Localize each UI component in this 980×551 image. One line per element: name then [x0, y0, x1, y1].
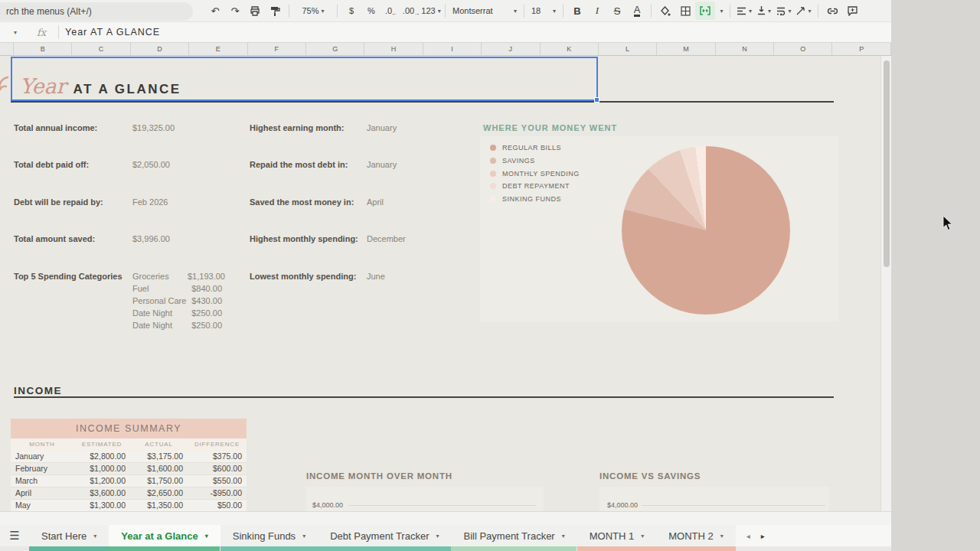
- column-header-F[interactable]: F: [248, 43, 306, 55]
- insert-comment-icon[interactable]: [842, 2, 862, 20]
- sheet-tab-debt-payment-tracker[interactable]: Debt Payment Tracker▾: [318, 525, 451, 546]
- text-color-button[interactable]: A: [627, 2, 647, 20]
- sheet-tab-color-strip: [0, 546, 891, 551]
- selection-fill-handle[interactable]: [594, 97, 599, 103]
- font-select[interactable]: Montserrat ▾: [449, 2, 520, 20]
- vertical-align-menu[interactable]: ▾: [754, 2, 774, 20]
- income-summary-table[interactable]: INCOME SUMMARY MONTHESTIMATEDACTUALDIFFE…: [11, 419, 247, 511]
- column-header-H[interactable]: H: [364, 43, 423, 55]
- paint-format-icon[interactable]: [265, 2, 285, 20]
- chevron-down-icon: ▾: [720, 533, 724, 540]
- line-chart-panel[interactable]: $4,000.00$3,000.00$2,000.00: [599, 487, 829, 511]
- horizontal-align-menu[interactable]: ▾: [734, 2, 754, 20]
- toolbar-divider: [730, 5, 730, 18]
- line-series: [599, 487, 829, 511]
- sheets-app: rch the menus (Alt+/) ↶ ↷ 75% ▾ $ % .0← …: [0, 0, 980, 551]
- spreadsheet-grid[interactable]: Year AT A GLANCE Total annual income:$19…: [0, 56, 891, 511]
- legend-item: REGULAR BILLS: [490, 144, 561, 152]
- column-header-K[interactable]: K: [541, 43, 599, 55]
- column-header-N[interactable]: N: [716, 43, 774, 55]
- vertical-scrollbar-thumb[interactable]: [884, 60, 890, 267]
- vertical-scrollbar[interactable]: [880, 56, 891, 511]
- line-chart-title: INCOME VS SAVINGS: [599, 471, 701, 481]
- tab-scroll-right-icon[interactable]: ▸: [761, 532, 765, 540]
- menu-search-field[interactable]: rch the menus (Alt+/): [0, 2, 193, 21]
- stat-label: Total debt paid off:: [14, 160, 89, 169]
- top5-category-name: Personal Care: [132, 296, 186, 305]
- table-column-header: MONTH: [11, 439, 74, 451]
- chevron-down-icon: ▾: [562, 533, 565, 540]
- column-header-M[interactable]: M: [657, 43, 715, 55]
- table-cell: $2,650.00: [130, 487, 188, 499]
- pie-chart-panel[interactable]: REGULAR BILLSSAVINGSMONTHLY SPENDINGDEBT…: [480, 136, 838, 321]
- top5-category-amount: $250.00: [188, 308, 222, 318]
- zoom-select[interactable]: 75% ▾: [293, 2, 333, 20]
- decorative-flourish: [0, 73, 9, 96]
- sheet-tab-start-here[interactable]: Start Here▾: [29, 525, 109, 546]
- top5-category-amount: $250.00: [188, 321, 222, 330]
- text-wrap-menu[interactable]: ▾: [774, 2, 794, 20]
- income-summary-column-headers: MONTHESTIMATEDACTUALDIFFERENCE: [11, 439, 247, 451]
- table-cell: February: [11, 463, 74, 474]
- tab-scroll-left-icon[interactable]: ◂: [746, 532, 750, 540]
- bold-button[interactable]: B: [567, 2, 587, 20]
- legend-item: DEBT REPAYMENT: [490, 182, 570, 190]
- font-size-select[interactable]: 18 ▾: [528, 2, 559, 20]
- name-box-dropdown[interactable]: ▾: [0, 29, 31, 36]
- y-axis-label: $4,000.00: [310, 501, 343, 509]
- redo-icon[interactable]: ↷: [225, 2, 245, 20]
- decrease-decimal-icon[interactable]: .0←: [381, 2, 401, 20]
- column-header-I[interactable]: I: [423, 43, 482, 55]
- table-row[interactable]: January$2,800.00$3,175.00$375.00: [11, 451, 247, 463]
- top5-category-amount: $1,193.00: [188, 272, 222, 281]
- italic-button[interactable]: I: [587, 2, 607, 20]
- table-row[interactable]: May$1,300.00$1,350.00$50.00: [11, 500, 247, 511]
- sheet-tab-month-1[interactable]: MONTH 1▾: [577, 525, 657, 546]
- print-icon[interactable]: [245, 2, 265, 20]
- font-name: Montserrat: [452, 6, 493, 15]
- borders-icon[interactable]: [675, 2, 695, 20]
- table-row[interactable]: April$3,600.00$2,650.00-$950.00: [11, 487, 247, 500]
- horizontal-scrollbar[interactable]: [0, 511, 891, 525]
- column-header-L[interactable]: L: [599, 43, 657, 55]
- fill-color-icon[interactable]: [655, 2, 675, 20]
- table-row[interactable]: March$1,200.00$1,750.00$550.00: [11, 475, 247, 487]
- table-cell: May: [11, 500, 74, 511]
- insert-link-icon[interactable]: [822, 2, 842, 20]
- background-area: [891, 0, 980, 551]
- column-header-C[interactable]: C: [72, 43, 130, 55]
- zoom-value: 75%: [302, 6, 318, 15]
- table-cell: -$950.00: [188, 487, 247, 499]
- all-sheets-icon[interactable]: ☰: [0, 525, 29, 546]
- merge-cells-icon[interactable]: [695, 2, 715, 20]
- undo-icon[interactable]: ↶: [205, 2, 225, 20]
- sheet-tab-bill-payment-tracker[interactable]: Bill Payment Tracker▾: [451, 525, 577, 546]
- column-header-B[interactable]: B: [14, 43, 72, 55]
- legend-item: SAVINGS: [490, 157, 535, 165]
- chevron-down-icon: ▾: [302, 533, 305, 540]
- sheet-tab-month-2[interactable]: MONTH 2▾: [656, 525, 736, 546]
- column-header-E[interactable]: E: [189, 43, 247, 55]
- bar-chart-panel[interactable]: $4,000.00$3,000.00$2,000.00: [306, 487, 544, 511]
- table-cell: $1,200.00: [74, 475, 130, 487]
- sheet-tab-sinking-funds[interactable]: Sinking Funds▾: [220, 525, 318, 546]
- column-header-P[interactable]: P: [832, 43, 890, 55]
- column-header-G[interactable]: G: [306, 43, 364, 55]
- merge-cells-dropdown[interactable]: ▾: [715, 2, 726, 20]
- formula-bar-input[interactable]: Year AT A GLANCE: [65, 27, 160, 37]
- column-header-J[interactable]: J: [482, 43, 540, 55]
- format-currency-icon[interactable]: $: [341, 2, 361, 20]
- toolbar-divider: [524, 5, 524, 18]
- strikethrough-button[interactable]: S: [607, 2, 627, 20]
- table-row[interactable]: February$1,000.00$1,600.00$600.00: [11, 463, 247, 475]
- table-cell: $3,175.00: [130, 451, 188, 462]
- increase-decimal-icon[interactable]: .00→: [401, 2, 421, 20]
- text-rotation-menu[interactable]: ▾: [794, 2, 814, 20]
- row-header-stub[interactable]: [0, 43, 14, 55]
- sheet-tab-year-at-a-glance[interactable]: Year at a Glance▾: [109, 525, 220, 546]
- format-percent-icon[interactable]: %: [361, 2, 381, 20]
- stat-label: Saved the most money in:: [250, 197, 354, 207]
- column-header-D[interactable]: D: [131, 43, 189, 55]
- number-format-menu[interactable]: 123▾: [421, 2, 441, 20]
- column-header-O[interactable]: O: [774, 43, 832, 55]
